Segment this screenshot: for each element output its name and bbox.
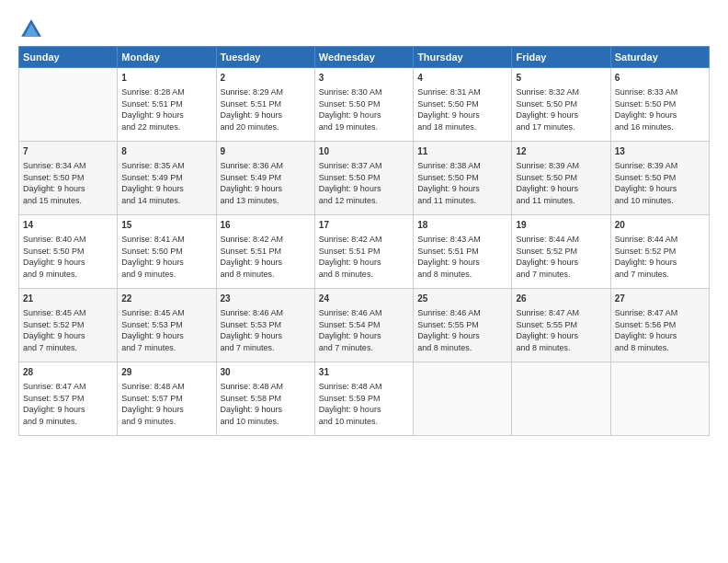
day-number: 23 (221, 293, 311, 305)
day-number: 9 (221, 145, 311, 158)
calendar-cell: 10Sunrise: 8:37 AMSunset: 5:50 PMDayligh… (314, 142, 413, 215)
day-info: Sunrise: 8:46 AM (221, 307, 311, 319)
day-number: 15 (121, 219, 211, 232)
day-info: Sunset: 5:50 PM (417, 98, 507, 110)
day-info: Sunrise: 8:30 AM (319, 86, 409, 98)
day-info: Sunset: 5:51 PM (417, 246, 507, 258)
calendar-cell (414, 362, 512, 436)
calendar-cell (19, 68, 118, 142)
calendar-cell: 5Sunrise: 8:32 AMSunset: 5:50 PMDaylight… (512, 68, 610, 142)
day-info: and 10 minutes. (319, 416, 409, 428)
day-number: 14 (23, 219, 113, 232)
day-info: Sunrise: 8:43 AM (417, 234, 507, 246)
calendar-cell: 3Sunrise: 8:30 AMSunset: 5:50 PMDaylight… (314, 68, 413, 142)
day-info: Daylight: 9 hours (23, 183, 113, 195)
day-info: Sunset: 5:52 PM (516, 246, 606, 258)
logo (18, 17, 48, 42)
day-info: and 15 minutes. (23, 195, 113, 207)
calendar-cell: 25Sunrise: 8:46 AMSunset: 5:55 PMDayligh… (414, 289, 512, 362)
calendar-header-sunday: Sunday (19, 47, 118, 68)
day-info: Sunset: 5:50 PM (615, 98, 705, 110)
day-info: Sunset: 5:53 PM (121, 319, 211, 331)
day-info: Sunrise: 8:33 AM (615, 86, 705, 98)
day-info: Daylight: 9 hours (121, 404, 211, 416)
day-info: Daylight: 9 hours (319, 257, 409, 269)
day-info: Sunrise: 8:36 AM (221, 160, 311, 172)
day-info: Sunrise: 8:48 AM (121, 381, 211, 393)
day-info: Sunset: 5:50 PM (23, 246, 113, 258)
day-info: Daylight: 9 hours (417, 257, 507, 269)
day-info: Daylight: 9 hours (516, 257, 606, 269)
calendar-cell: 15Sunrise: 8:41 AMSunset: 5:50 PMDayligh… (118, 215, 216, 289)
day-number: 12 (516, 145, 606, 158)
day-info: Sunset: 5:51 PM (221, 98, 311, 110)
day-info: Sunrise: 8:44 AM (516, 234, 606, 246)
calendar-week-row: 1Sunrise: 8:28 AMSunset: 5:51 PMDaylight… (19, 68, 710, 142)
day-info: and 16 minutes. (615, 121, 705, 133)
day-number: 31 (319, 366, 409, 379)
day-info: Sunset: 5:50 PM (319, 98, 409, 110)
day-number: 24 (319, 293, 409, 305)
day-info: Sunset: 5:53 PM (221, 319, 311, 331)
day-info: Sunset: 5:57 PM (23, 393, 113, 405)
day-number: 20 (615, 219, 705, 232)
day-info: Sunrise: 8:47 AM (516, 307, 606, 319)
day-info: Daylight: 9 hours (417, 109, 507, 121)
day-info: and 14 minutes. (121, 195, 211, 207)
day-info: Daylight: 9 hours (221, 183, 311, 195)
day-info: and 10 minutes. (221, 416, 311, 428)
day-info: Sunrise: 8:34 AM (23, 160, 113, 172)
day-info: Daylight: 9 hours (221, 404, 311, 416)
calendar-cell: 19Sunrise: 8:44 AMSunset: 5:52 PMDayligh… (512, 215, 610, 289)
day-info: Sunrise: 8:45 AM (23, 307, 113, 319)
day-info: and 11 minutes. (516, 195, 606, 207)
day-info: Sunrise: 8:42 AM (221, 234, 311, 246)
day-info: Daylight: 9 hours (121, 257, 211, 269)
day-info: Sunset: 5:50 PM (23, 172, 113, 184)
day-info: Sunrise: 8:38 AM (417, 160, 507, 172)
calendar-cell: 7Sunrise: 8:34 AMSunset: 5:50 PMDaylight… (19, 142, 118, 215)
day-info: Daylight: 9 hours (23, 257, 113, 269)
calendar-header-saturday: Saturday (610, 47, 709, 68)
day-info: Sunrise: 8:44 AM (615, 234, 705, 246)
day-info: Sunrise: 8:45 AM (121, 307, 211, 319)
day-number: 8 (121, 145, 211, 158)
day-info: Sunrise: 8:40 AM (23, 234, 113, 246)
day-info: Sunset: 5:52 PM (23, 319, 113, 331)
day-info: Sunrise: 8:47 AM (23, 381, 113, 393)
day-number: 4 (417, 72, 507, 85)
day-info: Sunrise: 8:41 AM (121, 234, 211, 246)
day-info: Daylight: 9 hours (121, 330, 211, 342)
day-info: Sunset: 5:51 PM (221, 246, 311, 258)
day-info: and 18 minutes. (417, 121, 507, 133)
day-info: Sunrise: 8:29 AM (221, 86, 311, 98)
day-info: and 7 minutes. (121, 342, 211, 354)
day-number: 11 (417, 145, 507, 158)
calendar-header-friday: Friday (512, 47, 610, 68)
calendar-cell: 20Sunrise: 8:44 AMSunset: 5:52 PMDayligh… (610, 215, 709, 289)
calendar-week-row: 21Sunrise: 8:45 AMSunset: 5:52 PMDayligh… (19, 289, 710, 362)
day-info: Sunset: 5:51 PM (121, 98, 211, 110)
day-info: and 7 minutes. (23, 342, 113, 354)
logo-icon (18, 17, 44, 42)
day-info: Sunset: 5:58 PM (221, 393, 311, 405)
day-info: Sunrise: 8:46 AM (417, 307, 507, 319)
day-info: and 7 minutes. (319, 342, 409, 354)
calendar-cell: 16Sunrise: 8:42 AMSunset: 5:51 PMDayligh… (216, 215, 314, 289)
calendar-cell: 17Sunrise: 8:42 AMSunset: 5:51 PMDayligh… (314, 215, 413, 289)
day-info: Sunrise: 8:47 AM (615, 307, 705, 319)
day-info: Daylight: 9 hours (221, 257, 311, 269)
page: SundayMondayTuesdayWednesdayThursdayFrid… (0, 0, 728, 563)
day-info: Daylight: 9 hours (516, 183, 606, 195)
day-info: and 9 minutes. (23, 269, 113, 281)
calendar-cell: 1Sunrise: 8:28 AMSunset: 5:51 PMDaylight… (118, 68, 216, 142)
day-info: and 7 minutes. (221, 342, 311, 354)
day-info: and 7 minutes. (615, 269, 705, 281)
calendar-cell: 28Sunrise: 8:47 AMSunset: 5:57 PMDayligh… (19, 362, 118, 436)
day-number: 25 (417, 293, 507, 305)
day-info: and 8 minutes. (417, 342, 507, 354)
day-info: Daylight: 9 hours (319, 330, 409, 342)
day-number: 13 (615, 145, 705, 158)
day-number: 30 (221, 366, 311, 379)
day-info: and 8 minutes. (319, 269, 409, 281)
